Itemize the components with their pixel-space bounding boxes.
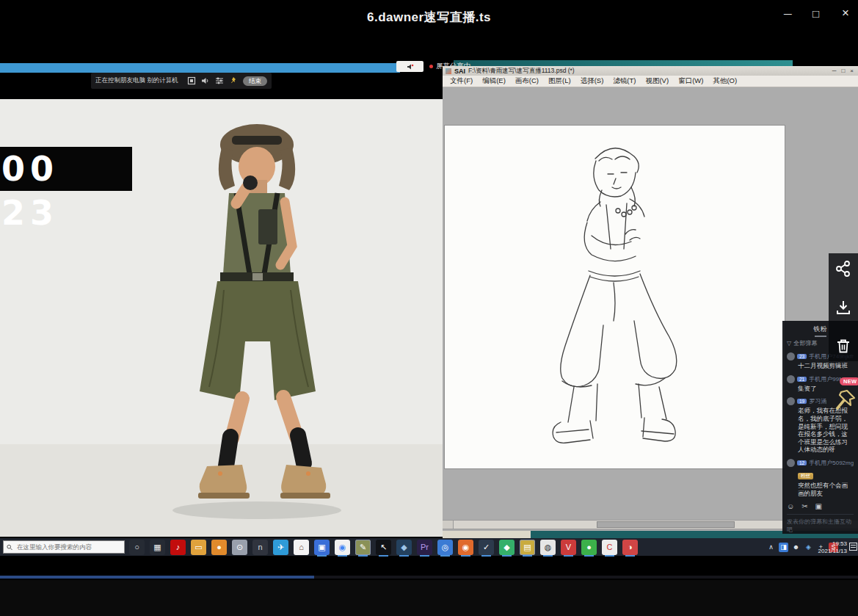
trash-icon[interactable]	[835, 337, 852, 355]
sai-menu-item[interactable]: 图层(L)	[548, 76, 571, 86]
taskbar-app-orange-circle[interactable]: ◉	[458, 540, 473, 555]
remote-control-banner: 正在控制朋友电脑 别的计算机 结束	[91, 73, 272, 89]
sai-minimize-icon[interactable]: ─	[832, 68, 837, 74]
tray-user-icon[interactable]: ☻	[791, 543, 801, 552]
chat-divider	[787, 514, 854, 515]
sai-menu-item[interactable]: 画布(C)	[515, 76, 539, 86]
avatar	[787, 375, 795, 383]
sai-document-title: F:\资料\青雨速写\速写直播1113.psd (*)	[468, 67, 829, 76]
sai-menu-item[interactable]: 滤镜(T)	[613, 76, 636, 86]
taskbar-app-gray[interactable]: ⊙	[232, 540, 247, 555]
taskbar-app-dark-n[interactable]: n	[252, 540, 268, 555]
sai-menu-item[interactable]: 窗口(W)	[678, 76, 703, 86]
avatar	[787, 459, 795, 467]
taskbar-app-file-explorer[interactable]: ▤	[520, 540, 535, 555]
taskbar-app-netease-music[interactable]: ♪	[170, 540, 186, 555]
taskbar-app-yellow[interactable]: ▭	[191, 540, 206, 555]
screen-share-chip	[396, 61, 423, 72]
hidden-icons-chevron[interactable]: ∧	[766, 543, 776, 552]
taskbar-app-blue-circle[interactable]: ◎	[437, 540, 453, 555]
sketch-drawing	[445, 126, 785, 468]
user-level-badge: 19	[797, 399, 807, 404]
taskbar-app-dark-blue[interactable]: ◆	[396, 540, 412, 555]
action-center-icon[interactable]	[849, 543, 857, 551]
blue-top-bar	[0, 63, 400, 73]
download-icon[interactable]	[835, 299, 852, 316]
sai-close-icon[interactable]: ×	[850, 68, 854, 74]
taskbar-app-orange-dot[interactable]: ●	[211, 540, 227, 555]
settings-sliders-icon[interactable]	[215, 76, 224, 85]
speaker-icon[interactable]	[201, 76, 210, 85]
search-icon	[7, 544, 12, 551]
sai-scrollbar-thumb[interactable]	[597, 521, 735, 528]
seek-bar[interactable]	[0, 576, 858, 579]
taskbar-app-chrome[interactable]: ◉	[335, 540, 350, 555]
message-text: 突然也想有个会画画的朋友	[798, 482, 854, 497]
taskbar-app-blue-square[interactable]: ▣	[314, 540, 330, 555]
clock-time: 19:53	[816, 540, 847, 548]
sai-menu-item[interactable]: 编辑(E)	[482, 76, 506, 86]
chat-message: 12 手机用户5092mgmsh 粉丝 突然也想有个会画画的朋友	[787, 459, 854, 497]
pose-timer: 00 23	[0, 147, 132, 191]
fan-medal-badge: 粉丝	[798, 473, 813, 479]
side-tool-strip	[829, 253, 858, 361]
share-icon[interactable]	[835, 260, 852, 278]
potplayer-window: 6.dawner速写直播.ts ─ □ × 屏幕分享中 正在控制朋友电脑 别的计…	[0, 0, 858, 616]
chat-input-placeholder[interactable]: 发表你的弹幕和主播互动吧	[787, 518, 854, 534]
taskbar-app-red-blue[interactable]: ◑	[622, 540, 638, 555]
taskbar-clock[interactable]: 19:53 2021/11/13	[816, 540, 847, 554]
sai-maximize-icon[interactable]: □	[841, 68, 845, 74]
pin-new-badge: NEW	[840, 377, 858, 385]
sai-menu-item[interactable]: 其他(O)	[713, 76, 737, 86]
minimize-icon[interactable]: ─	[784, 7, 792, 20]
filter-funnel-icon: ▽	[787, 340, 791, 347]
taskbar-app-circle-c[interactable]: C	[602, 540, 617, 555]
video-title: 6.dawner速写直播.ts	[0, 9, 858, 26]
chat-tab-underline	[815, 336, 826, 337]
speaker-icon	[407, 63, 414, 70]
sai-menu-item[interactable]: 视图(V)	[645, 76, 669, 86]
tray-blue-app-icon[interactable]: ◨	[779, 543, 788, 552]
message-text: 十二月视频剪辑班	[798, 362, 854, 370]
search-input[interactable]	[15, 543, 121, 551]
taskbar-app-telegram[interactable]: ✈	[273, 540, 288, 555]
taskbar-app-wechat[interactable]: ●	[581, 540, 597, 555]
image-icon[interactable]: ▣	[815, 502, 822, 510]
tray-defender-shield-icon[interactable]: ◈	[804, 543, 813, 552]
taskbar-search[interactable]	[3, 540, 125, 554]
scissors-icon[interactable]: ✂	[801, 502, 807, 510]
sai-logo-icon	[446, 68, 451, 74]
screenshot-icon[interactable]	[187, 76, 196, 85]
emoji-icon[interactable]: ☺	[787, 502, 794, 510]
taskbar-app-white-circle[interactable]: ◍	[540, 540, 556, 555]
sai-canvas[interactable]	[444, 125, 785, 469]
taskbar-app-sai2-cursor[interactable]: ↖	[376, 540, 391, 555]
user-level-badge: 12	[797, 460, 807, 465]
taskbar-app-line[interactable]: ⌂	[294, 540, 309, 555]
sai-app-name: SAI	[454, 68, 465, 75]
reference-video-pane: 00 23	[0, 99, 443, 537]
sai-menu-item[interactable]: 选择(S)	[581, 76, 604, 86]
taskbar-app-green-diamond[interactable]: ◆	[499, 540, 515, 555]
taskbar-app-red-v[interactable]: V	[561, 540, 576, 555]
taskbar-app-premiere[interactable]: Pr	[417, 540, 432, 555]
taskbar-app-cortana[interactable]: ○	[129, 540, 145, 555]
avatar	[787, 352, 795, 360]
sai-menu-item[interactable]: 文件(F)	[450, 76, 473, 86]
user-level-badge: 23	[797, 354, 807, 359]
taskbar-app-check[interactable]: ✓	[479, 540, 494, 555]
chat-toolbar: ☺✂▣	[787, 502, 854, 510]
end-control-button[interactable]: 结束	[243, 76, 267, 86]
maximize-icon[interactable]: □	[812, 7, 819, 20]
recording-dot-icon	[429, 65, 433, 68]
taskbar-app-sai[interactable]: ✎	[355, 540, 371, 555]
pin-tool[interactable]	[832, 388, 857, 414]
user-level-badge: 21	[797, 377, 807, 382]
clock-date: 2021/11/13	[816, 548, 847, 555]
sai-scroll-corner	[443, 521, 454, 529]
taskbar-app-task-view[interactable]: ▦	[150, 540, 165, 555]
close-icon[interactable]: ×	[842, 6, 849, 21]
pin-icon[interactable]	[229, 76, 238, 85]
remote-banner-text: 正在控制朋友电脑 别的计算机	[95, 76, 182, 85]
avatar	[787, 397, 795, 405]
